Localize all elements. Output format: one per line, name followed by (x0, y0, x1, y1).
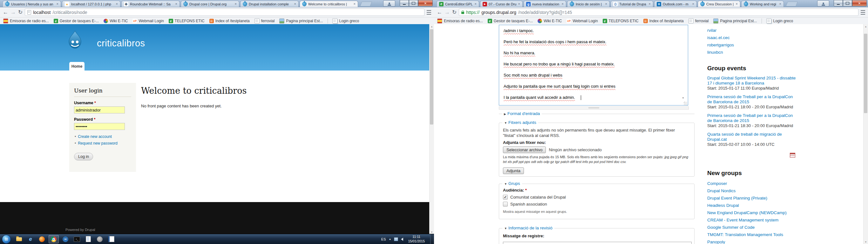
log-message-textarea[interactable] (503, 242, 692, 244)
bookmark-item[interactable]: Gestor de tasques E-... (488, 19, 533, 23)
left-address-bar[interactable]: localhost/criticalibros/node (25, 8, 425, 16)
tab-close-icon[interactable] (736, 2, 738, 6)
left-page-scrollbar[interactable]: ▲ ▼ (429, 24, 434, 234)
scroll-down-icon[interactable]: ▼ (864, 240, 868, 244)
forward-button[interactable]: → (444, 9, 450, 15)
bookmark-item[interactable]: ferrovial (254, 19, 275, 24)
scroll-down-icon[interactable]: ▼ (430, 230, 434, 234)
taskbar-writer-icon[interactable] (106, 236, 116, 243)
tab-welcome-criticalibros-active[interactable]: Welcome to criticalibros | (300, 1, 358, 7)
speaker-icon[interactable] (401, 238, 403, 241)
bookmark-item[interactable]: TELEFONS ETIC (169, 19, 205, 23)
hidden-icons-arrow-icon[interactable]: ▲ (389, 238, 392, 241)
fitxers-adjunts-legend[interactable]: Fitxers adjunts (502, 120, 538, 125)
back-button[interactable]: ← (437, 9, 442, 15)
attach-button[interactable]: Adjunta (503, 167, 524, 174)
close-button[interactable] (852, 0, 867, 6)
bookmark-item[interactable]: Emisoras de radio es... (437, 19, 483, 24)
taskbar-console-icon[interactable] (72, 236, 82, 243)
taskbar-thunderbird-icon[interactable] (61, 236, 70, 243)
bookmark-item[interactable]: Login greco (328, 19, 359, 24)
grups-legend[interactable]: Grups (502, 181, 522, 186)
minimize-button[interactable] (400, 0, 409, 6)
right-page-scrollbar[interactable]: ▲ ▼ (863, 24, 868, 244)
bookmark-item[interactable]: Index of /testplaneta (643, 19, 684, 23)
tab-close-icon[interactable] (175, 2, 177, 6)
event-link[interactable]: Primera sessió de Treball per a la Drupa… (707, 94, 798, 104)
taskbar-chrome-icon[interactable] (49, 235, 59, 243)
tab-close-icon[interactable] (353, 2, 355, 6)
tab-close-icon[interactable] (235, 2, 237, 6)
group-link[interactable]: Panopoly (707, 240, 725, 244)
tab-close-icon[interactable] (518, 2, 520, 6)
log-in-button[interactable]: Log in (74, 153, 93, 160)
user-link[interactable]: robertgarrigos (707, 42, 734, 47)
tab-crea-discussion-active[interactable]: Crea Discussion | (698, 1, 740, 7)
bookmark-item[interactable]: Webmail Login (132, 19, 164, 23)
show-desktop-button[interactable] (430, 234, 434, 244)
maximize-button[interactable] (843, 0, 852, 6)
taskbar-internet-explorer-icon[interactable] (26, 236, 35, 243)
event-link[interactable]: Quarta sessió de treball de migració de … (707, 132, 798, 142)
bookmark-item[interactable]: Webmail Login (566, 19, 598, 23)
new-tab-button[interactable] (360, 2, 372, 6)
taskbar-folder-icon[interactable] (14, 236, 24, 243)
tab-centroeditor[interactable]: CentroEditor:GPL (437, 1, 479, 7)
group-link[interactable]: New England DrupalCamp (NEWDCamp) (707, 210, 787, 215)
group-link[interactable]: Headless Drupal (707, 203, 739, 208)
tab-close-icon[interactable] (57, 2, 58, 6)
user-link[interactable]: isaac.el.cec (707, 35, 730, 40)
textarea-resize-grip-icon[interactable] (684, 102, 687, 105)
main-menu-home-tab[interactable]: Home (69, 62, 85, 70)
event-link[interactable]: Drupal Global Sprint Weekend 2015 - diss… (707, 75, 798, 86)
reload-button[interactable]: ↻ (18, 9, 23, 15)
taskbar-gimp-icon[interactable] (95, 236, 104, 243)
checkbox[interactable] (503, 202, 508, 207)
close-button[interactable] (418, 0, 433, 6)
maximize-button[interactable] (409, 0, 418, 6)
password-field[interactable] (74, 123, 125, 130)
informacio-revisio-legend[interactable]: Informació de la revisió (502, 225, 554, 230)
bookmark-item[interactable]: Wiki E-TIC (103, 19, 128, 23)
bookmark-item[interactable]: Gestor de tasques E-... (54, 19, 99, 23)
calendar-icon[interactable] (790, 153, 795, 158)
scroll-up-icon[interactable]: ▲ (430, 24, 434, 29)
tab-close-icon[interactable] (116, 2, 118, 6)
tab-close-icon[interactable] (779, 2, 781, 6)
group-link[interactable]: Google Summer of Code (707, 225, 754, 230)
scroll-up-icon[interactable]: ▲ (864, 24, 868, 29)
taskbar-clock[interactable]: 11:11 15/01/2015 (408, 235, 425, 243)
tab-drupal-installation[interactable]: Drupal installation comple (240, 1, 299, 7)
tab-close-icon[interactable] (475, 2, 476, 6)
group-link[interactable]: CREAM - Event Management system (707, 218, 778, 222)
bookmark-item[interactable]: Login greco (762, 19, 793, 24)
profile-button[interactable] (817, 0, 829, 7)
tab-working-registering[interactable]: Working and regi (741, 1, 784, 7)
right-address-bar[interactable]: https://groups.drupal.org/node/add/story… (459, 8, 859, 16)
minimize-button[interactable] (834, 0, 843, 6)
profile-button[interactable] (383, 0, 395, 7)
group-link[interactable]: Composer (707, 181, 727, 186)
taskbar-firefox-icon[interactable] (37, 236, 47, 243)
tab-phpmyadmin[interactable]: localhost / 127.0.0.1 | php (62, 1, 120, 7)
bookmark-item[interactable]: Index of /testplaneta (209, 19, 250, 23)
checkbox[interactable] (503, 195, 508, 200)
forward-button[interactable]: → (10, 9, 16, 15)
tab-close-icon[interactable] (605, 2, 607, 6)
bookmark-item[interactable]: Pagina principal Est... (279, 19, 323, 24)
bookmark-item[interactable]: Pagina principal Est... (713, 19, 757, 24)
event-link[interactable]: Primera sessió de Treball per a la Drupa… (707, 113, 798, 123)
reload-button[interactable]: ↻ (452, 9, 457, 15)
language-indicator[interactable]: ES (381, 237, 386, 241)
chrome-menu-icon[interactable] (427, 10, 431, 14)
back-button[interactable]: ← (3, 9, 8, 15)
user-link[interactable]: rvilar (707, 28, 716, 33)
scrollbar-thumb[interactable] (430, 29, 433, 125)
bookmark-item[interactable]: Emisoras de radio es... (3, 19, 49, 24)
tab-roundcube[interactable]: Roundcube Webmail :: Sa (121, 1, 180, 7)
story-body-textarea[interactable]: /admin i tampoc.Però he fet la instalaci… (499, 25, 688, 105)
bookmark-item[interactable]: TELEFONS ETIC (603, 19, 639, 23)
tab-google-search[interactable]: nueva instalacion (524, 1, 566, 7)
site-name[interactable]: criticalibros (97, 38, 145, 49)
tab-youtube-curso[interactable]: 07.- Curso de Dru (480, 1, 523, 7)
